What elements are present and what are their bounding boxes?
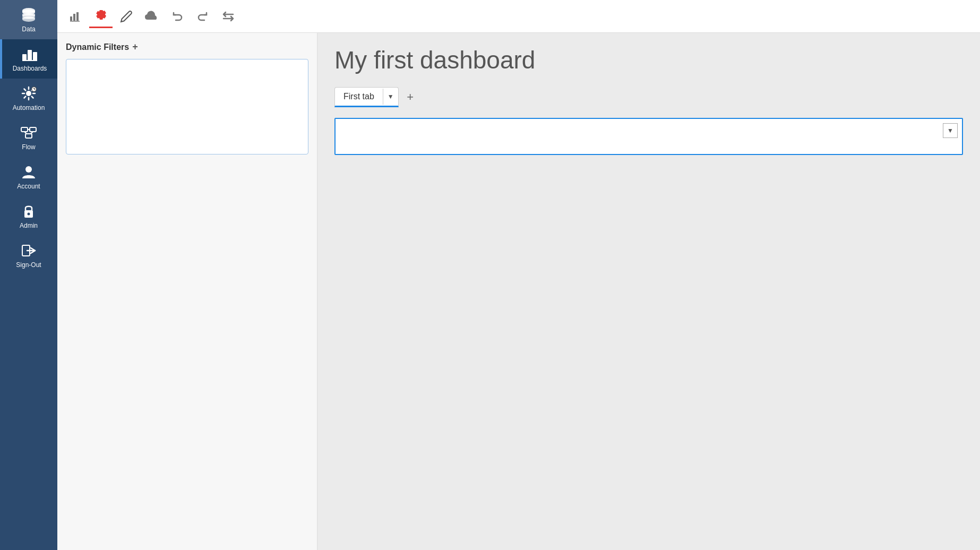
- svg-point-22: [28, 213, 30, 216]
- sidebar: Data Dashboards Automation: [0, 0, 57, 550]
- sidebar-item-data[interactable]: Data: [0, 0, 57, 39]
- redo-icon: [197, 11, 209, 22]
- svg-rect-15: [30, 127, 36, 132]
- tabs-bar: First tab ▼ +: [334, 87, 963, 107]
- sidebar-item-signout[interactable]: Sign-Out: [0, 236, 57, 275]
- svg-rect-27: [76, 12, 79, 21]
- sidebar-item-automation-label: Automation: [13, 104, 45, 111]
- svg-rect-16: [25, 134, 32, 138]
- tab-first-tab[interactable]: First tab ▼: [334, 87, 399, 107]
- sidebar-item-account-label: Account: [17, 183, 40, 190]
- main-container: Dynamic Filters + My first dashboard Fir…: [57, 0, 980, 550]
- undo-icon: [171, 11, 183, 22]
- sidebar-item-automation[interactable]: Automation: [0, 79, 57, 118]
- content-area: Dynamic Filters + My first dashboard Fir…: [57, 33, 980, 550]
- tab-first-tab-dropdown[interactable]: ▼: [383, 89, 398, 105]
- sidebar-item-flow-label: Flow: [22, 143, 35, 151]
- gear-icon: [94, 10, 107, 23]
- add-tab-button[interactable]: +: [401, 88, 420, 107]
- svg-rect-26: [73, 14, 75, 21]
- svg-point-20: [25, 166, 32, 173]
- filters-label: Dynamic Filters: [66, 42, 129, 52]
- dashboard-area: My first dashboard First tab ▼ + ▼: [317, 33, 980, 550]
- svg-rect-7: [22, 54, 27, 61]
- svg-rect-8: [28, 50, 32, 61]
- account-icon: [20, 164, 37, 181]
- sidebar-item-data-label: Data: [22, 25, 35, 33]
- pencil-toolbar-button[interactable]: [115, 5, 138, 28]
- settings-toolbar-button[interactable]: [89, 5, 113, 28]
- tab-first-tab-label: First tab: [335, 88, 383, 106]
- swap-icon: [222, 11, 235, 22]
- admin-icon: [20, 203, 37, 220]
- widget-dropdown-button[interactable]: ▼: [943, 123, 958, 138]
- svg-point-11: [26, 91, 31, 96]
- database-icon: [20, 6, 37, 23]
- sidebar-item-flow[interactable]: Flow: [0, 118, 57, 157]
- filters-box: [66, 59, 308, 154]
- sidebar-item-admin[interactable]: Admin: [0, 196, 57, 236]
- left-panel: Dynamic Filters +: [57, 33, 317, 550]
- sidebar-item-account[interactable]: Account: [0, 157, 57, 196]
- widget-container: ▼: [334, 118, 963, 155]
- chart-toolbar-button[interactable]: [64, 5, 87, 28]
- chart-icon: [69, 10, 82, 23]
- pencil-icon: [120, 10, 133, 23]
- automation-icon: [20, 85, 37, 102]
- sidebar-item-dashboards-label: Dashboards: [13, 65, 47, 72]
- signout-icon: [20, 242, 37, 259]
- filters-header: Dynamic Filters +: [66, 41, 308, 53]
- sidebar-item-dashboards[interactable]: Dashboards: [0, 39, 57, 79]
- swap-toolbar-button[interactable]: [217, 5, 240, 28]
- svg-rect-14: [21, 127, 28, 132]
- svg-point-6: [22, 16, 35, 22]
- cloud-icon: [144, 10, 159, 23]
- sidebar-item-admin-label: Admin: [20, 222, 38, 229]
- cloud-toolbar-button[interactable]: [140, 5, 164, 28]
- flow-icon: [20, 124, 37, 141]
- dashboards-icon: [21, 46, 38, 63]
- dashboard-title: My first dashboard: [334, 46, 963, 74]
- toolbar: [57, 0, 980, 33]
- undo-toolbar-button[interactable]: [166, 5, 189, 28]
- filters-add-button[interactable]: +: [132, 41, 138, 53]
- sidebar-item-signout-label: Sign-Out: [16, 261, 41, 269]
- redo-toolbar-button[interactable]: [191, 5, 214, 28]
- svg-rect-25: [70, 16, 72, 21]
- svg-rect-9: [33, 52, 37, 61]
